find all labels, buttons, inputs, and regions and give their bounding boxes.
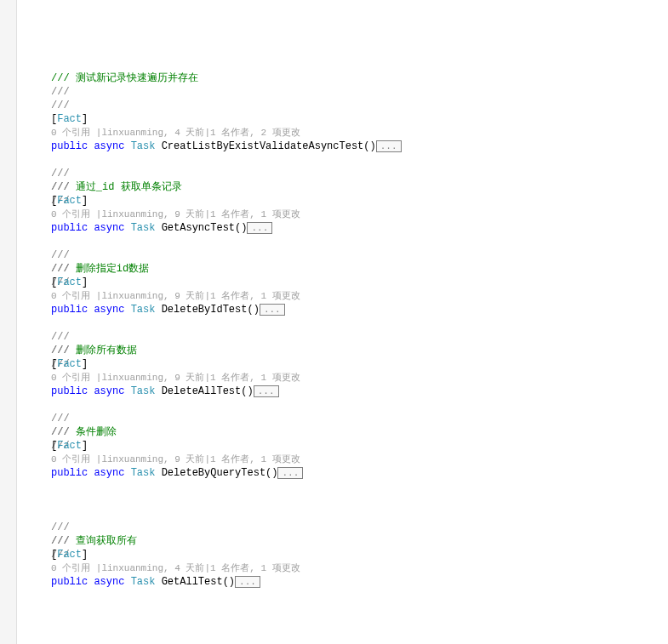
gutter xyxy=(0,0,17,644)
method-signature: public async Task GetAsyncTest()... xyxy=(51,221,668,235)
attribute-line: [Fact] xyxy=(51,439,668,453)
blank-line xyxy=(51,493,668,507)
xml-summary-open: /// /// 条件删除/// xyxy=(51,412,668,425)
xml-summary-open: /// /// 查询获取所有/// xyxy=(51,521,668,534)
fold-ellipsis[interactable]: ... xyxy=(260,304,285,316)
fold-ellipsis[interactable]: ... xyxy=(247,222,272,234)
method-signature: public async Task DeleteByIdTest()... xyxy=(51,303,668,316)
xml-returns: /// xyxy=(51,99,668,112)
method-signature: public async Task DeleteAllTest()... xyxy=(51,385,668,398)
method-signature: public async Task CreatListByExistValida… xyxy=(51,140,668,153)
blank-line xyxy=(51,316,668,330)
attribute-line: [Fact] xyxy=(51,112,668,126)
attribute-line: [Fact] xyxy=(51,357,668,371)
blank-line xyxy=(51,153,668,167)
code-editor[interactable]: /// 测试新记录快速遍历并存在/// /// [Fact]0 个引用 |lin… xyxy=(17,71,668,602)
attribute-line: [Fact] xyxy=(51,194,668,208)
fold-ellipsis[interactable]: ... xyxy=(235,576,260,588)
attribute-line: [Fact] xyxy=(51,548,668,561)
codelens[interactable]: 0 个引用 |linxuanming, 4 天前|1 名作者, 1 项更改 xyxy=(51,561,668,575)
blank-line xyxy=(51,235,668,248)
xml-summary-text: /// 测试新记录快速遍历并存在 xyxy=(51,71,668,85)
blank-line xyxy=(51,480,668,493)
attribute-line: [Fact] xyxy=(51,276,668,289)
codelens[interactable]: 0 个引用 |linxuanming, 9 天前|1 名作者, 1 项更改 xyxy=(51,208,668,221)
xml-summary-open: /// /// 删除指定id数据/// xyxy=(51,248,668,262)
codelens[interactable]: 0 个引用 |linxuanming, 9 天前|1 名作者, 1 项更改 xyxy=(51,289,668,303)
blank-line xyxy=(51,507,668,521)
codelens[interactable]: 0 个引用 |linxuanming, 9 天前|1 名作者, 1 项更改 xyxy=(51,371,668,385)
xml-returns: /// xyxy=(51,534,668,548)
codelens[interactable]: 0 个引用 |linxuanming, 4 天前|1 名作者, 2 项更改 xyxy=(51,126,668,140)
xml-summary-close: /// xyxy=(51,85,668,99)
xml-summary-open: /// /// 删除所有数据/// xyxy=(51,330,668,344)
fold-ellipsis[interactable]: ... xyxy=(376,140,402,152)
xml-summary-open: /// /// 通过_id 获取单条记录/// xyxy=(51,167,668,180)
codelens[interactable]: 0 个引用 |linxuanming, 9 天前|1 名作者, 1 项更改 xyxy=(51,453,668,466)
xml-returns: /// xyxy=(51,344,668,357)
method-signature: public async Task GetAllTest()... xyxy=(51,575,668,589)
blank-line xyxy=(51,589,668,602)
fold-ellipsis[interactable]: ... xyxy=(277,467,303,479)
xml-returns: /// xyxy=(51,425,668,439)
fold-ellipsis[interactable]: ... xyxy=(254,385,279,397)
blank-line xyxy=(51,398,668,412)
method-signature: public async Task DeleteByQueryTest()... xyxy=(51,466,668,480)
